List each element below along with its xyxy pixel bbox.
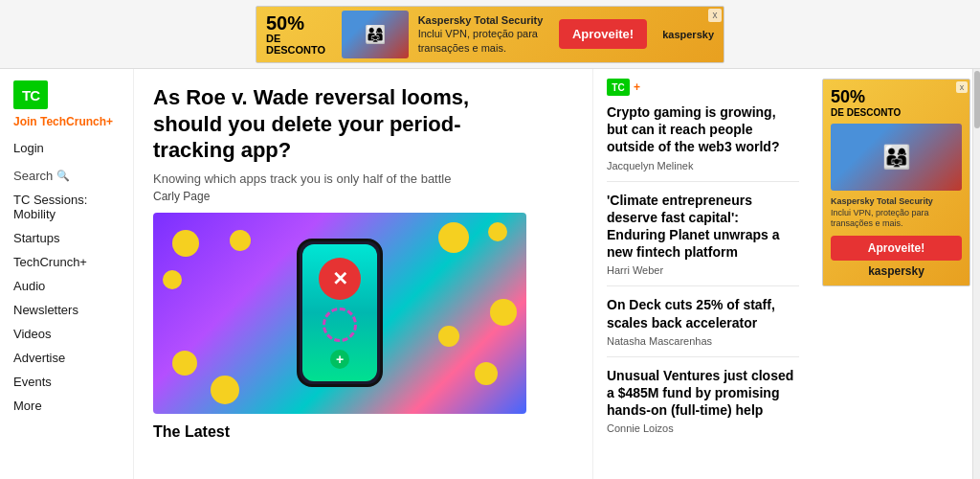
phone-screen: ✕ +	[302, 244, 377, 381]
dot-8	[163, 270, 182, 289]
tc-badge-logo: TC	[607, 79, 630, 96]
the-latest-heading: The Latest	[153, 423, 573, 441]
side-ad-brand-strong: Kaspersky Total Security	[831, 196, 933, 206]
ad-text-block: 50% DE DESCONTO	[266, 13, 332, 56]
ad-cta-button[interactable]: Aproveite!	[559, 19, 647, 49]
side-ad-image: 👨‍👩‍👧	[831, 124, 962, 191]
right-article-author-3: Connie Loizos	[607, 422, 799, 434]
phone-plus-icon: +	[330, 350, 349, 369]
join-techcrunch-plus[interactable]: Join TechCrunch+	[13, 115, 120, 128]
logo-area: TC	[13, 80, 120, 109]
right-articles-panel: TC + Crypto gaming is growing, but can i…	[592, 69, 813, 479]
right-article-author-0: Jacquelyn Melinek	[607, 160, 799, 171]
top-ad-content: 50% DE DESCONTO 👨‍👩‍👧 Kaspersky Total Se…	[256, 6, 724, 63]
tc-logo[interactable]: TC	[13, 80, 48, 109]
tc-badge: TC +	[607, 79, 799, 96]
sidebar-item-newsletters[interactable]: Newsletters	[13, 298, 120, 322]
content-area: As Roe v. Wade reversal looms, should yo…	[134, 69, 980, 479]
ad-image: 👨‍👩‍👧	[342, 11, 409, 58]
dot-5	[172, 351, 197, 376]
sidebar-item-startups[interactable]: Startups	[13, 226, 120, 250]
ad-brand-label: Kaspersky Total Security	[418, 13, 549, 27]
side-ad-desconto: DE DESCONTO	[831, 107, 962, 118]
dot-7	[475, 362, 498, 385]
side-ad-cta-button[interactable]: Aproveite!	[831, 236, 962, 261]
sidebar-item-more[interactable]: More	[13, 394, 120, 418]
right-article-1[interactable]: 'Climate entrepreneurs deserve fast capi…	[607, 192, 799, 287]
sidebar-nav: Login Search 🔍 TC Sessions: Mobility Sta…	[13, 136, 120, 418]
sidebar-item-audio[interactable]: Audio	[13, 274, 120, 298]
right-article-title-0: Crypto gaming is growing, but can it rea…	[607, 103, 799, 156]
article-image[interactable]: ✕ +	[153, 213, 526, 414]
sidebar: TC Join TechCrunch+ Login Search 🔍 TC Se…	[0, 69, 134, 479]
side-ad-brand-name: kaspersky	[831, 264, 962, 278]
sidebar-item-advertise[interactable]: Advertise	[13, 346, 120, 370]
scrollbar[interactable]	[972, 69, 980, 479]
ad-desc-text: Inclui VPN, proteção para transações e m…	[418, 28, 538, 53]
sidebar-item-login[interactable]: Login	[13, 136, 120, 160]
far-right-ad: x 50% DE DESCONTO 👨‍👩‍👧 Kaspersky Total …	[813, 69, 980, 479]
sidebar-item-events[interactable]: Events	[13, 370, 120, 394]
right-article-author-2: Natasha Mascarenhas	[607, 335, 799, 347]
main-article: As Roe v. Wade reversal looms, should yo…	[134, 69, 592, 479]
article-author[interactable]: Carly Page	[153, 190, 573, 203]
tc-plus-label: +	[634, 80, 640, 94]
scrollbar-thumb[interactable]	[974, 71, 980, 128]
main-layout: TC Join TechCrunch+ Login Search 🔍 TC Se…	[0, 69, 980, 479]
right-article-2[interactable]: On Deck cuts 25% of staff, scales back a…	[607, 296, 799, 356]
ad-description: Kaspersky Total Security Inclui VPN, pro…	[418, 13, 549, 55]
dot-4	[488, 222, 507, 241]
article-subtitle: Knowing which apps track you is only hal…	[153, 171, 573, 186]
ad-percent: 50%	[266, 13, 332, 33]
phone-mockup: ✕ +	[297, 239, 383, 387]
side-ad-percent: 50%	[831, 87, 962, 107]
ad-desconto: DE DESCONTO	[266, 33, 332, 56]
side-ad-description: Kaspersky Total Security Inclui VPN, pro…	[831, 196, 962, 230]
ad-brand-name: kaspersky	[657, 29, 714, 40]
side-ad-close-button[interactable]: x	[956, 81, 968, 93]
phone-x-icon: ✕	[319, 258, 361, 300]
right-article-0[interactable]: Crypto gaming is growing, but can it rea…	[607, 103, 799, 182]
top-ad-banner: 50% DE DESCONTO 👨‍👩‍👧 Kaspersky Total Se…	[0, 0, 980, 69]
sidebar-item-videos[interactable]: Videos	[13, 322, 120, 346]
dot-1	[172, 230, 199, 257]
right-article-title-1: 'Climate entrepreneurs deserve fast capi…	[607, 192, 799, 262]
right-article-title-2: On Deck cuts 25% of staff, scales back a…	[607, 296, 799, 331]
phone-circle	[323, 308, 357, 342]
sidebar-item-search[interactable]: Search 🔍	[13, 164, 120, 188]
dot-3	[438, 222, 469, 253]
right-article-title-3: Unusual Ventures just closed a $485M fun…	[607, 367, 799, 420]
dot-6	[211, 376, 239, 404]
sidebar-item-tc-sessions[interactable]: TC Sessions: Mobility	[13, 188, 120, 226]
right-article-author-1: Harri Weber	[607, 264, 799, 276]
side-ad-desc-text: Inclui VPN, proteção para transações e m…	[831, 208, 929, 229]
right-article-3[interactable]: Unusual Ventures just closed a $485M fun…	[607, 367, 799, 445]
article-title[interactable]: As Roe v. Wade reversal looms, should yo…	[153, 84, 517, 164]
search-icon: 🔍	[56, 170, 70, 182]
sidebar-item-techcrunch-plus[interactable]: TechCrunch+	[13, 250, 120, 274]
dot-10	[438, 326, 459, 347]
side-ad-box: x 50% DE DESCONTO 👨‍👩‍👧 Kaspersky Total …	[822, 79, 970, 286]
dot-9	[490, 299, 517, 326]
dot-2	[230, 230, 251, 251]
ad-close-button[interactable]: x	[708, 9, 722, 22]
